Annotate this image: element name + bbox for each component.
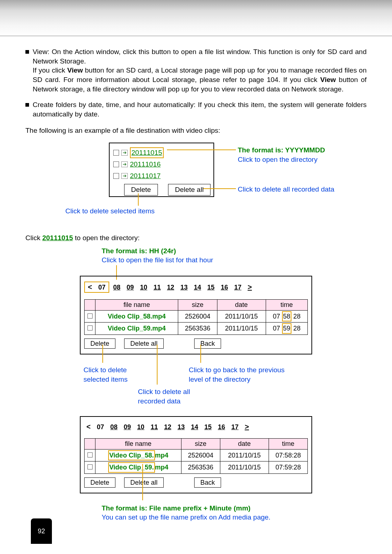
para-view: View: On the Action window, click this b… bbox=[33, 47, 367, 94]
tpart: 59 bbox=[283, 325, 290, 332]
th-filename: file name bbox=[95, 300, 178, 311]
cell-date: 2011/10/15 bbox=[220, 461, 269, 473]
header-gradient bbox=[0, 0, 392, 36]
cell-size: 2563536 bbox=[178, 323, 217, 335]
hour-link[interactable]: 14 bbox=[192, 284, 203, 291]
hour-link[interactable]: 17 bbox=[229, 423, 241, 431]
hour-link[interactable]: 15 bbox=[202, 423, 214, 431]
th-size: size bbox=[178, 300, 217, 311]
text: If you click bbox=[33, 66, 67, 74]
next-arrow[interactable]: > bbox=[245, 283, 254, 291]
file-table: file name size date time Video Clip_58.m… bbox=[84, 438, 308, 474]
hour-link[interactable]: 08 bbox=[108, 423, 120, 431]
hour-link[interactable]: 12 bbox=[162, 423, 173, 431]
hour-link[interactable]: 11 bbox=[148, 423, 160, 431]
tpart: 58 bbox=[283, 313, 290, 320]
delete-button[interactable]: Delete bbox=[84, 338, 115, 349]
hour-bar: < 07 08 09 10 11 12 13 14 15 16 17 > bbox=[84, 422, 308, 432]
prev-arrow[interactable]: < bbox=[84, 423, 93, 431]
checkbox[interactable] bbox=[113, 161, 119, 167]
next-arrow[interactable]: > bbox=[242, 423, 251, 431]
back-button[interactable]: Back bbox=[194, 477, 221, 488]
hour-link[interactable]: 11 bbox=[151, 284, 163, 291]
hour-link[interactable]: 12 bbox=[165, 284, 176, 291]
bullet-icon bbox=[25, 103, 29, 107]
folder-link[interactable]: 20111015 bbox=[131, 149, 162, 156]
hour-link[interactable]: 08 bbox=[111, 284, 123, 291]
hour-link[interactable]: 16 bbox=[219, 284, 230, 291]
fname-prefix: Video Clip_59. bbox=[108, 325, 152, 332]
fname-prefix: Video Clip_58. bbox=[109, 452, 154, 459]
table-row: Video Clip_58.mp4 2526004 2011/10/15 07 … bbox=[85, 311, 308, 323]
delete-all-button[interactable]: Delete all bbox=[124, 477, 164, 488]
annotation-delete-all: Click to delete all recorded data bbox=[238, 185, 334, 194]
hour-link[interactable]: 16 bbox=[216, 423, 227, 431]
tpart: 07 bbox=[273, 325, 280, 332]
checkbox[interactable] bbox=[87, 464, 93, 469]
hour-link[interactable]: 07 bbox=[95, 423, 106, 431]
folder-panel: ➔ 20111015 ➔ 20111016 ➔ 20111017 Delete … bbox=[109, 143, 214, 197]
cell-filename[interactable]: Video Clip_58.mp4 bbox=[95, 449, 181, 461]
table-header: file name size date time bbox=[85, 438, 308, 449]
th-filename: file name bbox=[95, 438, 181, 449]
hour-link[interactable]: 13 bbox=[175, 423, 187, 431]
checkbox[interactable] bbox=[87, 452, 93, 457]
delete-all-button[interactable]: Delete all bbox=[168, 184, 211, 196]
checkbox[interactable] bbox=[87, 313, 93, 319]
hour-link[interactable]: 17 bbox=[232, 284, 244, 291]
annotations-below: Click to delete selected items Click to … bbox=[80, 354, 312, 402]
cell-time: 07:58:28 bbox=[269, 449, 307, 461]
checkbox[interactable] bbox=[87, 325, 93, 331]
annotation-delete-selected: Click to delete selected items bbox=[83, 365, 127, 384]
hour-link[interactable]: 13 bbox=[178, 284, 190, 291]
folder-row: ➔ 20111016 bbox=[113, 159, 210, 170]
cell-filename[interactable]: Video Clip_58.mp4 bbox=[95, 311, 178, 323]
checkbox[interactable] bbox=[113, 173, 119, 179]
fname-ext: mp4 bbox=[152, 313, 166, 320]
hour-link[interactable]: 09 bbox=[122, 423, 133, 431]
delete-button[interactable]: Delete bbox=[84, 477, 115, 488]
text: Click bbox=[25, 234, 42, 242]
folder-icon: ➔ bbox=[121, 150, 128, 156]
tpart: 07 bbox=[273, 313, 280, 320]
hour-link[interactable]: 07 bbox=[96, 284, 108, 291]
text: button for an SD card, a Local storage p… bbox=[33, 66, 367, 83]
cell-time: 07:59:28 bbox=[269, 461, 307, 473]
folder-row: ➔ 20111017 bbox=[113, 170, 210, 182]
highlight-box: Video Clip_59. bbox=[108, 462, 155, 472]
th-time: time bbox=[266, 300, 307, 311]
cell-filename[interactable]: Video Clip_59.mp4 bbox=[95, 323, 178, 335]
highlight-box: Video Clip_58. bbox=[108, 450, 155, 460]
annotation-delete-all: Click to delete all recorded data bbox=[138, 387, 190, 406]
bullet-create: Create folders by date, time, and hour a… bbox=[25, 100, 367, 119]
folder-link[interactable]: 20111017 bbox=[130, 171, 161, 181]
annotation-delete-selected: Click to delete selected items bbox=[65, 206, 155, 216]
cell-size: 2526004 bbox=[178, 311, 217, 323]
para-click-folder: Click 20111015 to open the directory: bbox=[25, 233, 367, 243]
annotation-back: Click to go back to the previous level o… bbox=[189, 365, 285, 384]
button-row: Delete Delete all Back bbox=[84, 477, 308, 488]
hour-link[interactable]: 10 bbox=[138, 284, 150, 291]
delete-button[interactable]: Delete bbox=[124, 184, 158, 196]
hour-link[interactable]: 15 bbox=[205, 284, 217, 291]
folder-icon: ➔ bbox=[121, 173, 128, 179]
cell-date: 2011/10/15 bbox=[220, 449, 269, 461]
figure-hour-list-2: < 07 08 09 10 11 12 13 14 15 16 17 > fil… bbox=[80, 416, 367, 493]
checkbox[interactable] bbox=[113, 150, 119, 156]
hour-link[interactable]: 09 bbox=[124, 284, 136, 291]
delete-all-button[interactable]: Delete all bbox=[124, 338, 164, 349]
cell-filename[interactable]: Video Clip_59.mp4 bbox=[95, 461, 181, 473]
tpart: 28 bbox=[293, 325, 301, 332]
folder-link[interactable]: 20111016 bbox=[130, 160, 161, 169]
hour-link[interactable]: 14 bbox=[189, 423, 200, 431]
folder-row: ➔ 20111015 bbox=[113, 147, 210, 159]
figure-folder-list: ➔ 20111015 ➔ 20111016 ➔ 20111017 Delete … bbox=[109, 143, 356, 219]
hour-link[interactable]: 10 bbox=[135, 423, 147, 431]
bullet-view: View: On the Action window, click this b… bbox=[25, 47, 367, 94]
folder-icon: ➔ bbox=[121, 161, 128, 167]
tpart: 28 bbox=[293, 313, 301, 320]
prev-arrow[interactable]: < bbox=[86, 283, 94, 291]
annotation-format-hh: The format is: HH (24r) bbox=[102, 247, 176, 255]
table-row: Video Clip_58.mp4 2526004 2011/10/15 07:… bbox=[85, 449, 308, 461]
back-button[interactable]: Back bbox=[194, 338, 221, 349]
